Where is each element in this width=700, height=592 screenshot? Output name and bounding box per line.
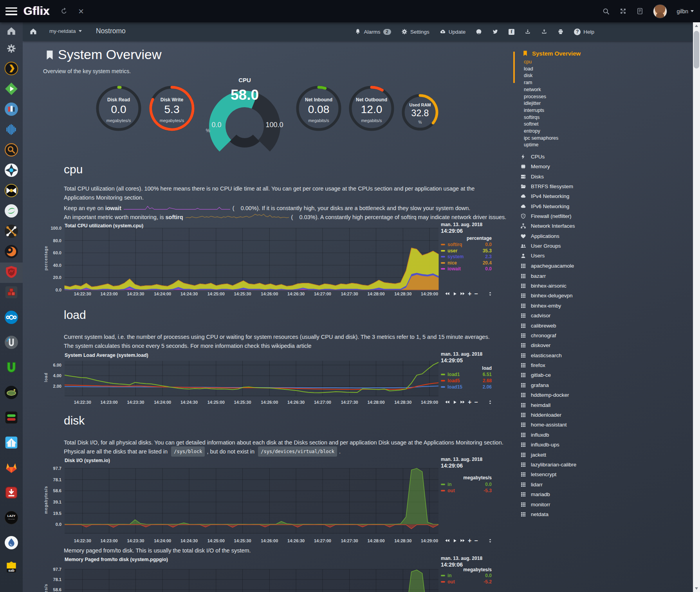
sidebar-app-airsonic[interactable] [0, 120, 23, 140]
header-facebook-button[interactable]: f [509, 29, 514, 35]
pan-left-icon[interactable] [445, 291, 450, 296]
nav-item-interrupts[interactable]: interrupts [524, 107, 558, 114]
nav-app-influxdb[interactable]: influxdb [520, 430, 576, 440]
sidebar-app-nextcloud[interactable] [0, 308, 23, 328]
scroll-down-icon[interactable] [693, 585, 700, 592]
refresh-icon[interactable] [60, 7, 68, 15]
sidebar-app-status-pills[interactable] [0, 408, 23, 428]
nav-app-calibreweb[interactable]: calibreweb [520, 320, 576, 330]
gauge-net-inbound[interactable]: Net Inbound 0.08 megabits/s [296, 85, 342, 131]
zoom-in-icon[interactable]: + [468, 538, 471, 543]
gauge-disk-read[interactable]: Disk Read 0.0 megabytes/s [96, 85, 142, 131]
nav-app-influxdb-ups[interactable]: influxdb-ups [520, 440, 576, 450]
nav-app-netdata[interactable]: netdata [520, 509, 576, 519]
nav-item-idlejitter[interactable]: idlejitter [524, 100, 558, 107]
nav-app-mariadb[interactable]: mariadb [520, 489, 576, 499]
sidebar-app-splash-u[interactable] [0, 333, 23, 353]
sidebar-app-netdata-shield[interactable] [0, 263, 23, 283]
nav-section-btrfs-filesystem[interactable]: BTRFS filesystem [520, 182, 575, 191]
sidebar-app-plate[interactable] [0, 383, 23, 403]
nav-app-binhex-emby[interactable]: binhex-emby [520, 301, 576, 311]
legend-load1[interactable]: load16.51 [441, 372, 492, 377]
sidebar-app-duplicati[interactable] [0, 533, 23, 554]
nav-item-cpu[interactable]: cpu [524, 59, 558, 66]
nav-item-softirqs[interactable]: softirqs [524, 114, 558, 121]
legend-out[interactable]: out-5.2 [441, 579, 492, 585]
chart-plot-system.cpu[interactable] [65, 228, 438, 290]
chart-plot-system.load[interactable] [65, 361, 438, 396]
zoom-in-icon[interactable]: + [468, 291, 471, 296]
nav-app-cadvisor[interactable]: cadvisor [520, 311, 576, 320]
sidebar-app-emby[interactable] [0, 79, 23, 100]
nav-app-binhex-delugevpn[interactable]: binhex-delugevpn [520, 291, 576, 300]
chart-plot-system.io[interactable] [65, 468, 438, 533]
nav-app-grafana[interactable]: grafana [520, 380, 576, 390]
sidebar-app-red-download[interactable] [0, 483, 23, 504]
nav-section-applications[interactable]: Applications [520, 231, 575, 241]
nav-app-firefox[interactable]: firefox [520, 360, 576, 370]
legend-load5[interactable]: load52.68 [441, 378, 492, 383]
nav-section-user-groups[interactable]: User Groups [520, 241, 575, 251]
header-twitter-button[interactable] [492, 29, 498, 35]
zoom-in-icon[interactable]: + [468, 399, 471, 405]
nav-app-hddtemp-docker[interactable]: hddtemp-docker [520, 390, 576, 400]
nav-system-overview[interactable]: System Overview [522, 50, 581, 57]
nav-app-binhex-airsonic[interactable]: binhex-airsonic [520, 281, 576, 291]
nav-app-lidarr[interactable]: lidarr [520, 480, 576, 489]
fullscreen-icon[interactable] [619, 7, 627, 15]
nav-section-network-interfaces[interactable]: Network Interfaces [520, 221, 575, 231]
scrollbar-thumb[interactable] [694, 31, 699, 68]
sidebar-app-bazarr[interactable] [0, 222, 23, 242]
page-scrollbar[interactable] [693, 22, 700, 592]
nav-app-monitorr[interactable]: monitorr [520, 499, 576, 509]
avatar[interactable] [653, 4, 667, 18]
header-Help-button[interactable]: ?Help [574, 29, 594, 35]
nav-app-home-assistant[interactable]: home-assistant [520, 420, 576, 430]
nav-item-softnet[interactable]: softnet [524, 121, 558, 128]
pan-left-icon[interactable] [445, 538, 450, 543]
resize-icon[interactable] [488, 292, 493, 296]
zoom-out-icon[interactable]: − [474, 291, 478, 296]
changelog-icon[interactable] [636, 7, 644, 15]
sidebar-app-gitlab[interactable] [0, 458, 23, 479]
nav-item-network[interactable]: network [524, 86, 558, 94]
nav-item-load[interactable]: load [524, 66, 558, 73]
legend-nice[interactable]: nice20.4 [441, 260, 492, 266]
sidebar-app-green-swirl[interactable] [0, 202, 23, 222]
resize-icon[interactable] [488, 538, 493, 543]
sidebar-app-plex[interactable] [0, 59, 23, 79]
resize-icon[interactable] [488, 400, 493, 405]
header-print-button[interactable] [557, 29, 564, 35]
nav-app-heimdall[interactable]: heimdall [520, 400, 576, 410]
menu-icon[interactable] [5, 7, 17, 15]
legend-in[interactable]: in0.0 [441, 573, 492, 578]
nav-item-entropy[interactable]: entropy [524, 128, 558, 135]
nav-item-ipc-semaphores[interactable]: ipc semaphores [524, 135, 558, 142]
nav-item-ram[interactable]: ram [524, 79, 558, 86]
header-download-button[interactable] [525, 29, 531, 35]
zoom-out-icon[interactable]: − [474, 399, 478, 405]
nav-item-disk[interactable]: disk [524, 72, 558, 79]
nav-app-chronograf[interactable]: chronograf [520, 331, 576, 340]
sidebar-app-home-assistant[interactable] [0, 433, 23, 453]
sidebar-app-library[interactable] [0, 100, 23, 120]
legend-load15[interactable]: load152.06 [441, 384, 492, 390]
nav-item-uptime[interactable]: uptime [524, 142, 558, 149]
sidebar-app-red-cubes[interactable] [0, 283, 23, 303]
close-icon[interactable]: × [78, 7, 84, 15]
legend-out[interactable]: out-5.3 [441, 488, 492, 493]
user-menu[interactable]: gilbn [677, 8, 694, 14]
header-github-button[interactable] [476, 29, 482, 35]
chart-plot-system.pgpgio[interactable] [65, 569, 438, 592]
gauge-used-ram[interactable]: Used RAM 32.8 % [401, 94, 439, 131]
nav-app-letsencrypt[interactable]: letsencrypt [520, 470, 576, 479]
header-upload-button[interactable] [541, 29, 547, 35]
nav-section-cpus[interactable]: CPUs [520, 152, 575, 162]
search-icon[interactable] [602, 7, 610, 15]
zoom-out-icon[interactable]: − [474, 538, 478, 543]
app-logo[interactable]: Gflix [23, 5, 50, 18]
nav-item-processes[interactable]: processes [524, 94, 558, 101]
nav-app-jackett[interactable]: jackett [520, 450, 576, 459]
nav-section-users[interactable]: Users [520, 251, 575, 261]
header-Settings-button[interactable]: Settings [401, 29, 429, 35]
